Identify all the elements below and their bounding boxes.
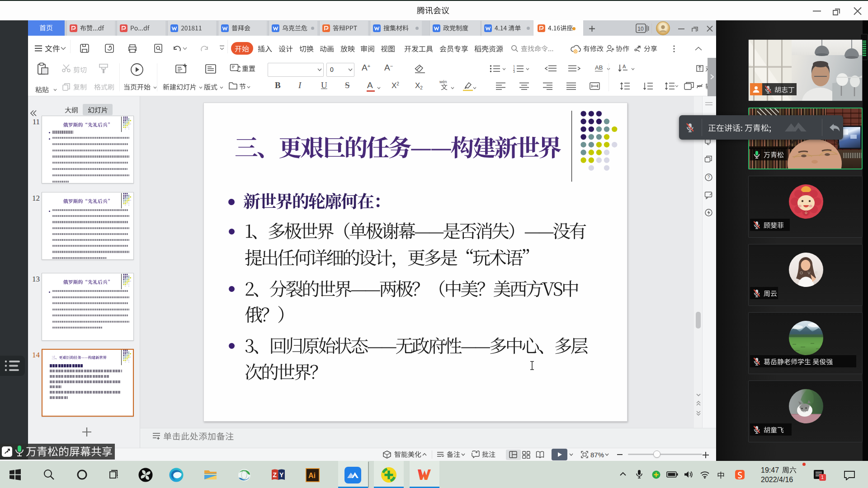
svg-text:Ai: Ai [308, 472, 316, 479]
svg-text:3: 3 [513, 70, 515, 73]
svg-text:Y: Y [279, 471, 284, 479]
svg-text:Z: Z [273, 471, 277, 479]
svg-text:A: A [623, 64, 626, 69]
svg-text:?: ? [708, 175, 710, 180]
svg-text:10: 10 [637, 26, 644, 32]
